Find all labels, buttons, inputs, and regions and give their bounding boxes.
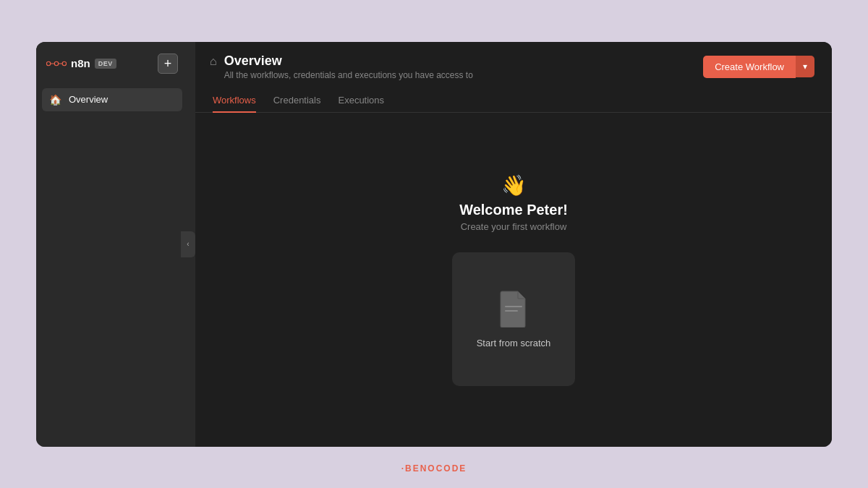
- sidebar-item-overview[interactable]: 🏠 Overview: [42, 88, 182, 111]
- main-content: ⌂ Overview All the workflows, credential…: [195, 42, 832, 447]
- create-workflow-button[interactable]: Create Workflow: [703, 56, 796, 78]
- sidebar-logo-area: n8n DEV +: [36, 42, 188, 85]
- page-title: Overview: [224, 53, 473, 69]
- welcome-title: Welcome Peter!: [459, 202, 568, 218]
- svg-rect-5: [505, 306, 522, 307]
- n8n-logo-icon: [46, 58, 67, 69]
- app-window: n8n DEV + 🏠 Overview ‹ ⌂ Overview All th…: [36, 42, 832, 447]
- header-text: Overview All the workflows, credentials …: [224, 53, 473, 80]
- breadcrumb-home-icon: ⌂: [210, 55, 217, 68]
- content-area: 👋 Welcome Peter! Create your first workf…: [195, 113, 832, 447]
- env-badge: DEV: [95, 59, 116, 69]
- welcome-subtitle: Create your first workflow: [461, 221, 567, 232]
- app-name: n8n: [71, 57, 90, 69]
- home-icon: 🏠: [49, 94, 61, 106]
- sidebar-nav: 🏠 Overview: [36, 85, 188, 114]
- sidebar-collapse-button[interactable]: ‹: [181, 231, 195, 257]
- brand-name: BENOCODE: [405, 463, 467, 474]
- start-from-scratch-card[interactable]: Start from scratch: [452, 252, 575, 386]
- tabs-area: Workflows Credentials Executions: [195, 89, 832, 113]
- tab-workflows[interactable]: Workflows: [213, 89, 256, 113]
- scratch-label: Start from scratch: [477, 338, 551, 348]
- main-header: ⌂ Overview All the workflows, credential…: [195, 42, 832, 89]
- tab-credentials[interactable]: Credentials: [273, 89, 321, 113]
- svg-point-1: [54, 61, 58, 65]
- svg-point-0: [46, 61, 50, 65]
- create-workflow-group: Create Workflow ▾: [703, 56, 814, 78]
- welcome-emoji: 👋: [501, 174, 527, 197]
- bottom-brand: ·BENOCODE: [401, 463, 467, 474]
- svg-point-2: [62, 61, 66, 65]
- sidebar-item-label: Overview: [69, 94, 108, 105]
- sidebar: n8n DEV + 🏠 Overview: [36, 42, 188, 447]
- breadcrumb: ⌂ Overview All the workflows, credential…: [210, 53, 473, 80]
- file-icon: [498, 290, 529, 328]
- add-button[interactable]: +: [158, 53, 178, 74]
- create-workflow-dropdown-button[interactable]: ▾: [796, 56, 814, 77]
- chevron-left-icon: ‹: [187, 240, 189, 248]
- page-subtitle: All the workflows, credentials and execu…: [224, 70, 473, 80]
- svg-rect-6: [505, 310, 518, 312]
- tab-executions[interactable]: Executions: [338, 89, 384, 113]
- logo-group: n8n DEV: [46, 57, 116, 69]
